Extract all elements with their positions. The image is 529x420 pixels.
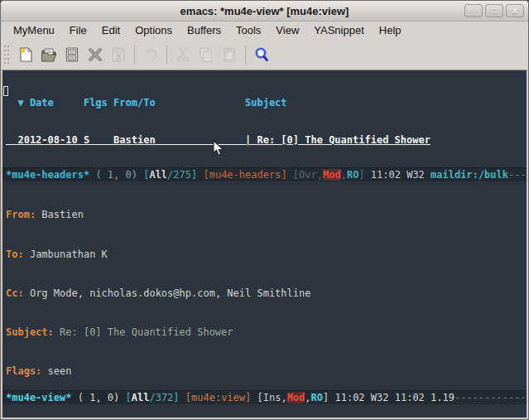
save-icon — [63, 46, 81, 64]
menu-tools[interactable]: Tools — [228, 22, 268, 38]
paste-button[interactable] — [218, 42, 241, 67]
field-label: To: — [6, 249, 24, 260]
modeline-all: All — [132, 392, 150, 403]
modeline-comma: , — [305, 392, 310, 403]
modeline-dashes: ---------- — [508, 169, 527, 181]
cut-icon — [174, 46, 192, 64]
undo-icon — [142, 46, 160, 64]
modeline-status: [Ins, — [251, 392, 286, 403]
paste-icon — [220, 46, 238, 64]
modeline-time: 11:02 W32 — [365, 169, 430, 181]
cut-button[interactable] — [171, 42, 195, 67]
mu4e-headers-window: ▼ Date Flgs From/To Subject 2012-08-10 S… — [2, 70, 527, 167]
field-label: Subject: — [6, 326, 54, 338]
field-label: Flags: — [6, 365, 41, 377]
menu-file[interactable]: File — [62, 22, 94, 38]
open-folder-icon — [40, 46, 58, 64]
delete-button[interactable] — [84, 42, 107, 67]
undo-button[interactable] — [139, 42, 162, 67]
modeline-status: [Ovr, — [287, 169, 323, 181]
modeline-modified-flag: Mod — [287, 392, 305, 403]
close-button[interactable]: x — [506, 4, 524, 17]
menu-buffers[interactable]: Buffers — [180, 22, 228, 38]
save-as-button[interactable] — [107, 42, 130, 67]
menu-edit[interactable]: Edit — [94, 22, 127, 38]
modeline-all: All — [149, 169, 167, 181]
field-value: seen — [41, 365, 71, 377]
modeline-time: 11:02 W32 11:02 1.19 — [329, 392, 454, 403]
headers-mode-line: *mu4e-headers* ( 1, 0) [All/275] [mu4e-h… — [2, 167, 527, 181]
field-flags: Flags: seen — [6, 365, 527, 379]
menu-options[interactable]: Options — [127, 22, 180, 38]
field-value: Bastien — [36, 209, 84, 220]
echo-area[interactable] — [2, 404, 527, 418]
tool-bar — [1, 39, 528, 70]
field-from: From: Bastien — [6, 209, 527, 222]
field-label: Cc: — [6, 287, 24, 299]
new-file-icon — [17, 46, 35, 64]
view-mode-line: *mu4e-view* ( 1, 0) [All/372] [mu4e:view… — [2, 390, 527, 404]
modeline-comma: , — [341, 169, 347, 181]
menu-help[interactable]: Help — [372, 22, 409, 38]
modeline-bracket: ] — [358, 169, 364, 181]
field-value: Org Mode, nicholas.dokos@hp.com, Neil Sm… — [24, 287, 311, 299]
fringe-cursor — [3, 86, 8, 96]
field-cc: Cc: Org Mode, nicholas.dokos@hp.com, Nei… — [6, 287, 527, 301]
emacs-window: emacs: *mu4e-view* [mu4e:view] _ □ x MyM… — [0, 0, 529, 420]
search-button[interactable] — [250, 42, 273, 67]
title-bar[interactable]: emacs: *mu4e-view* [mu4e:view] _ □ x — [1, 1, 528, 22]
modeline-buffer-name: *mu4e-headers* — [6, 169, 89, 181]
modeline-modified-flag: Mod — [323, 169, 341, 181]
modeline-position: ( 1, 0) — [89, 169, 143, 181]
open-file-button[interactable] — [37, 42, 60, 67]
field-subject: Subject: Re: [0] The Quantified Shower — [6, 326, 527, 340]
modeline-space — [180, 392, 185, 403]
modeline-readonly-flag: RO — [347, 169, 358, 181]
modeline-major-mode[interactable]: [mu4e-headers] — [203, 169, 286, 181]
modeline-count: /275] — [167, 169, 197, 181]
new-file-button[interactable] — [14, 42, 37, 67]
emacs-frame: ▼ Date Flgs From/To Subject 2012-08-10 S… — [1, 70, 528, 419]
header-row-selected[interactable]: 2012-08-10 S Bastien | Re: [0] The Quant… — [6, 134, 527, 147]
minimize-button[interactable]: _ — [464, 4, 483, 17]
copy-icon — [197, 46, 215, 64]
modeline-buffer-name: *mu4e-view* — [6, 392, 71, 403]
toolbar-separator — [245, 46, 246, 64]
modeline-readonly-flag: RO — [311, 392, 323, 403]
delete-icon — [86, 46, 104, 64]
window-title: emacs: *mu4e-view* [mu4e:view] — [1, 5, 528, 17]
copy-button[interactable] — [195, 42, 218, 67]
modeline-maildir: maildir:/bulk — [430, 169, 508, 181]
modeline-bracket: [ — [126, 392, 132, 403]
modeline-major-mode[interactable]: [mu4e:view] — [185, 392, 251, 403]
toolbar-separator — [166, 46, 167, 64]
window-controls: _ □ x — [464, 4, 524, 17]
save-button[interactable] — [60, 42, 84, 67]
maximize-button[interactable]: □ — [485, 4, 503, 17]
field-value: Re: [0] The Quantified Shower — [54, 326, 233, 338]
modeline-dashes: -------------------- — [454, 392, 527, 403]
search-icon — [252, 46, 271, 64]
menu-view[interactable]: View — [268, 22, 306, 38]
save-as-icon — [109, 46, 127, 64]
menu-yasnippet[interactable]: YASnippet — [306, 22, 371, 38]
field-to: To: Jambunathan K — [6, 249, 527, 262]
field-value: Jambunathan K — [24, 249, 108, 260]
headers-column-header[interactable]: ▼ Date Flgs From/To Subject — [6, 97, 527, 109]
toolbar-separator — [134, 46, 135, 64]
field-label: From: — [6, 209, 36, 220]
toolbar-drag-handle[interactable] — [2, 43, 11, 66]
mu4e-view-window: From: Bastien To: Jambunathan K Cc: Org … — [2, 181, 527, 390]
modeline-count: /372] — [149, 392, 179, 403]
menu-bar: MyMenu File Edit Options Buffers Tools V… — [1, 22, 528, 39]
modeline-position: ( 1, 0) — [71, 392, 125, 403]
menu-mymenu[interactable]: MyMenu — [6, 22, 62, 38]
